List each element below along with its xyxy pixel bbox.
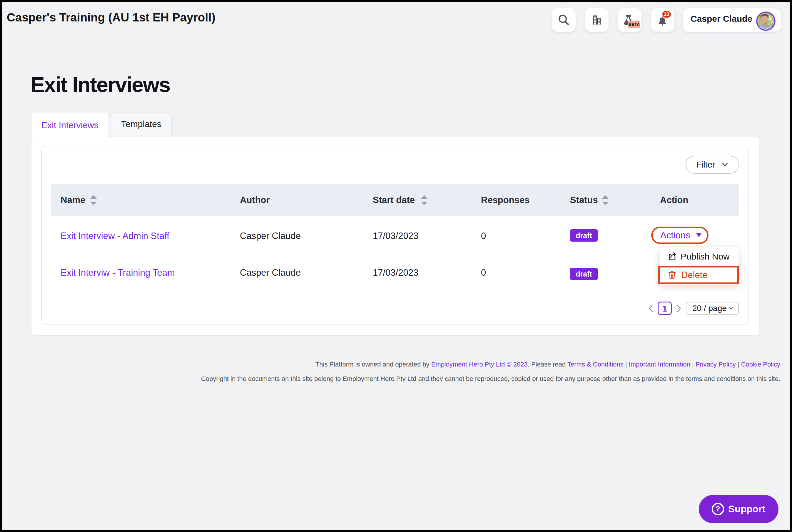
svg-text:?: ?	[716, 505, 720, 513]
